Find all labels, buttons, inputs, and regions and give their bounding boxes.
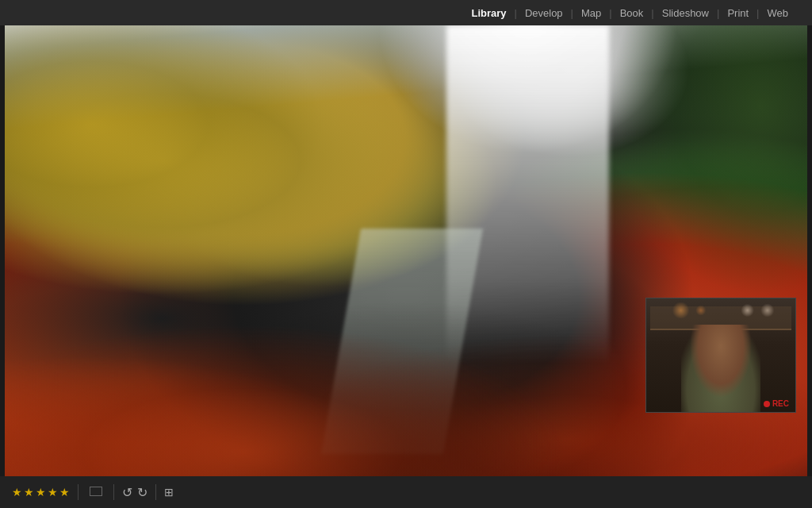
nav-book[interactable]: Book <box>612 0 652 25</box>
nav-slideshow[interactable]: Slideshow <box>654 0 717 25</box>
star-1[interactable]: ★ <box>12 486 22 498</box>
toolbar-sep-2 <box>113 484 114 500</box>
bottom-toolbar: ★ ★ ★ ★ ★ ↺ ↻ ⊞ <box>0 476 812 508</box>
left-panel-edge <box>0 25 5 476</box>
record-label: REC <box>772 399 789 408</box>
presenter-video: REC <box>645 298 796 413</box>
module-nav: Library | Develop | Map | Book | Slidesh… <box>463 0 796 25</box>
star-rating[interactable]: ★ ★ ★ ★ ★ <box>12 486 70 498</box>
star-3[interactable]: ★ <box>36 486 46 498</box>
right-panel-edge <box>807 25 812 476</box>
flag-button[interactable] <box>86 484 105 500</box>
nav-map[interactable]: Map <box>573 0 609 25</box>
star-2[interactable]: ★ <box>24 486 34 498</box>
stream-effect <box>321 229 483 454</box>
toolbar-sep-3 <box>155 484 156 500</box>
nav-develop[interactable]: Develop <box>517 0 571 25</box>
top-menu-bar: Library | Develop | Map | Book | Slidesh… <box>0 0 812 25</box>
foliage-left-overlay <box>0 25 366 273</box>
toolbar-sep-1 <box>78 484 79 500</box>
foliage-right-overlay <box>609 25 812 296</box>
waterfall-effect <box>446 25 609 364</box>
nav-library[interactable]: Library <box>463 0 514 25</box>
rotate-left-button[interactable]: ↺ <box>122 485 132 500</box>
main-image-view: REC <box>0 25 812 476</box>
rotate-right-button[interactable]: ↻ <box>137 485 147 500</box>
grid-view-button[interactable]: ⊞ <box>164 486 174 498</box>
presenter-figure <box>681 325 760 412</box>
star-5[interactable]: ★ <box>59 486 70 498</box>
flag-icon <box>90 487 102 496</box>
record-dot <box>764 401 770 407</box>
nav-web[interactable]: Web <box>760 0 797 25</box>
nav-print[interactable]: Print <box>719 0 756 25</box>
record-indicator: REC <box>764 399 789 408</box>
video-content: REC <box>646 298 795 412</box>
shelf-items <box>654 302 787 318</box>
star-4[interactable]: ★ <box>48 486 58 498</box>
